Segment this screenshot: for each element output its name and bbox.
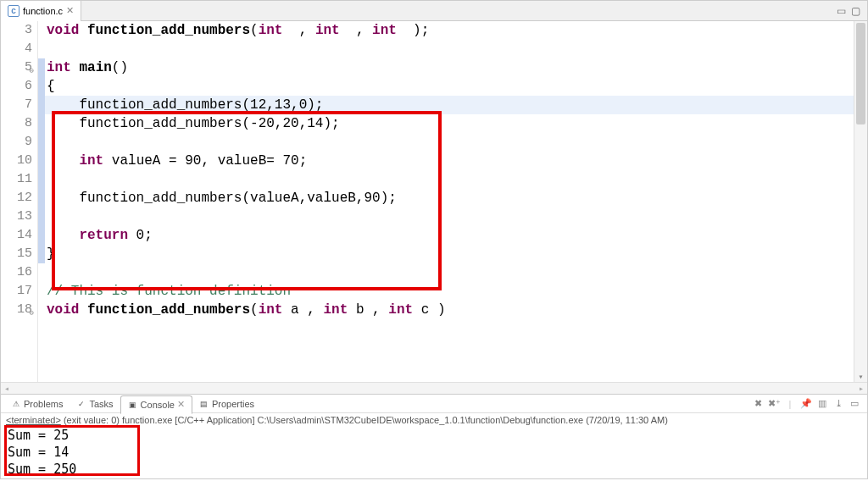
tab-properties[interactable]: ▤Properties bbox=[192, 395, 261, 413]
scroll-left-icon[interactable]: ◂ bbox=[4, 384, 9, 394]
pin-icon[interactable]: 📌 bbox=[800, 398, 812, 410]
remove-launch-icon[interactable]: ✖ bbox=[752, 398, 764, 410]
tab-console[interactable]: ▣Console ✕ bbox=[120, 395, 192, 414]
console-output-line: Sum = 25 bbox=[1, 427, 867, 444]
tab-problems[interactable]: ⚠Problems bbox=[4, 395, 70, 413]
code-line: { bbox=[38, 77, 867, 96]
console-output-line: Sum = 14 bbox=[1, 444, 867, 461]
remove-all-icon[interactable]: ✖⁺ bbox=[768, 398, 780, 410]
code-line: void function_add_numbers(int a , int b … bbox=[38, 301, 867, 319]
code-text-area[interactable]: void function_add_numbers(int , int , in… bbox=[38, 21, 867, 382]
tab-filename: function.c bbox=[23, 6, 63, 16]
scroll-down-icon[interactable]: ▾ bbox=[854, 372, 867, 382]
editor-tab-bar: c function.c ✕ ▭ ▢ bbox=[1, 1, 867, 21]
code-body[interactable]: 3 4 5⊖ 6 7 8 9 10 11 12 13 14 15 16 17 1… bbox=[1, 21, 867, 382]
clear-console-icon[interactable]: ▭ bbox=[849, 398, 860, 410]
maximize-icon[interactable]: ▢ bbox=[851, 5, 860, 17]
scroll-right-icon[interactable]: ▸ bbox=[859, 384, 864, 394]
code-line: function_add_numbers(12,13,0); bbox=[38, 96, 867, 114]
c-file-icon: c bbox=[8, 5, 19, 17]
code-line bbox=[38, 170, 867, 189]
vertical-scrollbar[interactable]: ▴ ▾ bbox=[854, 21, 867, 382]
tab-tasks[interactable]: ✓Tasks bbox=[70, 395, 120, 413]
console-toolbar: ✖ ✖⁺ | 📌 ▥ ⤓ ▭ bbox=[752, 398, 864, 410]
close-icon[interactable]: ✕ bbox=[177, 399, 185, 410]
code-line: // This is function definition bbox=[38, 282, 867, 301]
code-line: } bbox=[38, 245, 867, 263]
code-line bbox=[38, 133, 867, 152]
display-icon[interactable]: ▥ bbox=[816, 398, 828, 410]
scroll-lock-icon[interactable]: ⤓ bbox=[832, 398, 844, 410]
code-line: int valueA = 90, valueB= 70; bbox=[38, 152, 867, 170]
change-marker bbox=[38, 58, 45, 263]
code-line bbox=[38, 207, 867, 226]
problems-icon: ⚠ bbox=[11, 399, 21, 409]
close-icon[interactable]: ✕ bbox=[66, 5, 74, 16]
console-output-line: Sum = 250 bbox=[1, 461, 867, 478]
properties-icon: ▤ bbox=[199, 399, 209, 409]
console-icon: ▣ bbox=[128, 400, 138, 410]
code-line: void function_add_numbers(int , int , in… bbox=[38, 21, 867, 40]
bottom-tab-bar: ⚠Problems ✓Tasks ▣Console ✕ ▤Properties … bbox=[1, 395, 867, 413]
bottom-panel: ⚠Problems ✓Tasks ▣Console ✕ ▤Properties … bbox=[0, 395, 868, 479]
code-line: function_add_numbers(valueA,valueB,90); bbox=[38, 189, 867, 207]
line-number-gutter: 3 4 5⊖ 6 7 8 9 10 11 12 13 14 15 16 17 1… bbox=[1, 21, 38, 382]
editor-tab-function-c[interactable]: c function.c ✕ bbox=[1, 1, 81, 21]
code-line: int main() bbox=[38, 58, 867, 77]
scrollbar-thumb[interactable] bbox=[856, 23, 865, 124]
console-launch-info: <terminated> (exit value: 0) function.ex… bbox=[1, 413, 867, 427]
fold-icon[interactable]: ⊖ bbox=[25, 304, 34, 312]
tasks-icon: ✓ bbox=[76, 399, 86, 409]
fold-icon[interactable]: ⊖ bbox=[25, 62, 34, 70]
code-line: function_add_numbers(-20,20,14); bbox=[38, 114, 867, 133]
code-line bbox=[38, 263, 867, 282]
horizontal-scrollbar[interactable]: ◂ ▸ bbox=[1, 382, 867, 394]
code-line: return 0; bbox=[38, 226, 867, 245]
editor-pane: c function.c ✕ ▭ ▢ 3 4 5⊖ 6 7 8 9 10 11 … bbox=[0, 0, 868, 395]
minimize-icon[interactable]: ▭ bbox=[837, 5, 846, 17]
editor-minmax-controls: ▭ ▢ bbox=[837, 5, 867, 17]
divider: | bbox=[784, 398, 796, 410]
code-line bbox=[38, 40, 867, 58]
